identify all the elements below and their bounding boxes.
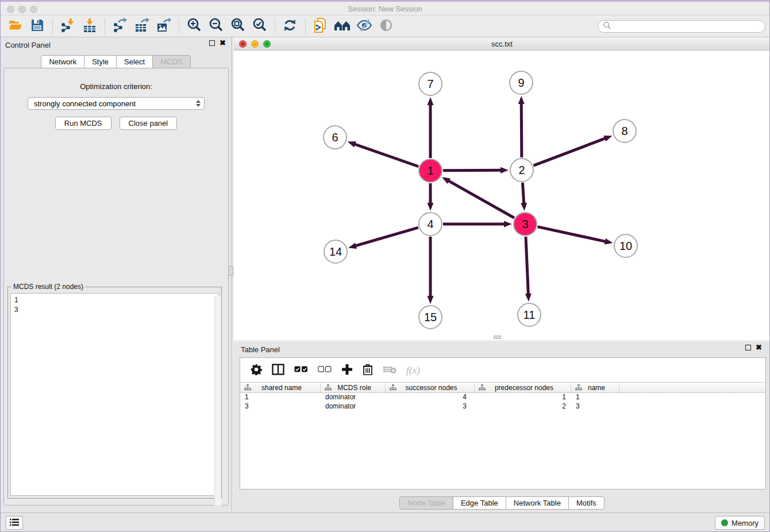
graph-edge-4-14[interactable] — [348, 228, 418, 249]
table-cell: 4 — [386, 393, 475, 402]
tab-motifs[interactable]: Motifs — [568, 496, 605, 510]
tab-select[interactable]: Select — [116, 55, 153, 68]
graph-edge-2-8[interactable] — [534, 136, 613, 165]
columns-icon — [272, 364, 284, 377]
apply-layout-button[interactable] — [279, 17, 301, 36]
network-window-titlebar: ✕ − + scc.txt — [234, 37, 770, 51]
first-neighbors-button[interactable] — [332, 17, 353, 36]
deselect-all-rows-button[interactable] — [318, 366, 332, 375]
close-panel-button[interactable]: Close panel — [120, 117, 178, 130]
graph-node-3[interactable]: 3 — [513, 212, 537, 236]
mcds-result-text[interactable]: 1 3 — [10, 293, 219, 496]
column-header-MCDS-role[interactable]: MCDS role — [321, 383, 386, 392]
graph-node-8[interactable]: 8 — [613, 119, 637, 143]
tab-style[interactable]: Style — [84, 55, 117, 68]
column-layout-button[interactable] — [272, 364, 284, 377]
toolbar-separator — [275, 19, 275, 34]
tab-node-table[interactable]: Node Table — [399, 496, 453, 510]
network-canvas[interactable]: 7968124314101511 — [234, 51, 770, 340]
table-panel-close-icon[interactable]: ✖ — [756, 345, 762, 350]
criterion-dropdown[interactable]: strongly connected component — [28, 97, 205, 110]
function-builder-button[interactable]: f(x) — [406, 365, 420, 376]
control-panel-float-icon[interactable] — [209, 40, 215, 46]
control-panel-close-icon[interactable]: ✖ — [220, 40, 226, 46]
save-session-button[interactable] — [26, 17, 48, 36]
table-toolbar: f(x) — [240, 358, 765, 382]
select-all-rows-button[interactable] — [294, 366, 308, 375]
hide-selected-button[interactable] — [353, 17, 375, 36]
graph-edge-1-2[interactable] — [443, 167, 509, 174]
graph-edge-2-9[interactable] — [518, 96, 525, 157]
open-session-button[interactable] — [5, 17, 26, 36]
export-table-button[interactable] — [131, 17, 153, 36]
column-settings-button[interactable] — [251, 364, 262, 377]
graph-node-6[interactable]: 6 — [323, 125, 347, 149]
graph-node-11[interactable]: 11 — [517, 303, 541, 327]
graph-edge-3-1[interactable] — [442, 177, 514, 218]
graph-node-7[interactable]: 7 — [418, 72, 442, 96]
tab-network-table[interactable]: Network Table — [506, 496, 569, 510]
table-cell: dominator — [321, 393, 386, 402]
table-cell: 3 — [571, 402, 619, 411]
graph-edge-2-3[interactable] — [521, 183, 527, 211]
vertical-splitter-handle[interactable] — [228, 266, 233, 276]
mcds-panel: Optimization criterion: strongly connect… — [3, 68, 229, 506]
zoom-in-button[interactable] — [183, 17, 205, 36]
memory-button[interactable]: Memory — [715, 516, 765, 530]
houses-icon — [334, 18, 351, 34]
export-image-button[interactable] — [153, 17, 175, 36]
search-input[interactable] — [611, 22, 760, 30]
graph-edge-1-7[interactable] — [428, 97, 434, 158]
result-scrollbar[interactable] — [214, 296, 221, 506]
export-table-icon — [134, 18, 149, 34]
dropdown-stepper-icon — [196, 100, 201, 107]
graph-node-9[interactable]: 9 — [509, 71, 533, 95]
add-column-button[interactable] — [341, 364, 353, 377]
column-header-successor-nodes[interactable]: successor nodes — [386, 383, 475, 392]
delete-columns-button[interactable] — [363, 364, 373, 377]
table-cell: dominator — [321, 402, 386, 411]
graph-node-15[interactable]: 15 — [418, 305, 442, 329]
show-all-button[interactable] — [375, 17, 397, 36]
tab-mcds[interactable]: MCDS — [152, 55, 190, 68]
search-box — [598, 20, 765, 33]
search-icon — [603, 21, 611, 32]
delete-table-button[interactable] — [383, 365, 396, 376]
run-mcds-button[interactable]: Run MCDS — [55, 117, 111, 130]
new-network-from-selection-button[interactable] — [310, 17, 332, 36]
toolbar-separator — [105, 19, 105, 34]
graph-edge-3-10[interactable] — [537, 227, 613, 245]
graph-edge-1-6[interactable] — [348, 141, 419, 167]
horizontal-splitter-handle[interactable] — [494, 336, 501, 339]
table-cell: 1 — [475, 393, 571, 402]
graph-node-1[interactable]: 1 — [418, 159, 442, 183]
export-network-button[interactable] — [109, 17, 131, 36]
log-console-button[interactable] — [6, 516, 23, 530]
table-row[interactable]: 1dominator411 — [240, 393, 765, 402]
table-row[interactable]: 3dominator323 — [240, 402, 765, 411]
table-cell: 1 — [571, 393, 619, 402]
table-panel-float-icon[interactable] — [745, 345, 751, 350]
zoom-selected-button[interactable] — [249, 17, 271, 36]
graph-edge-4-3[interactable] — [443, 221, 512, 228]
table-cell: 2 — [475, 402, 571, 411]
table-delete-icon — [383, 365, 396, 376]
import-network-button[interactable] — [57, 17, 79, 36]
zoom-out-button[interactable] — [205, 17, 227, 36]
network-edges-layer — [234, 51, 770, 340]
column-header-shared-name[interactable]: shared name — [240, 383, 321, 392]
graph-node-4[interactable]: 4 — [418, 212, 442, 236]
import-table-button[interactable] — [79, 17, 101, 36]
column-header-predecessor-nodes[interactable]: predecessor nodes — [475, 383, 571, 392]
zoom-fit-button[interactable] — [227, 17, 249, 36]
save-icon — [30, 18, 44, 34]
graph-edge-3-11[interactable] — [525, 237, 532, 302]
graph-node-2[interactable]: 2 — [510, 158, 534, 182]
tab-edge-table[interactable]: Edge Table — [453, 496, 506, 510]
graph-node-14[interactable]: 14 — [324, 240, 348, 264]
graph-node-10[interactable]: 10 — [614, 234, 638, 258]
tab-network[interactable]: Network — [41, 55, 84, 68]
column-header-name[interactable]: name — [571, 383, 619, 392]
graph-edge-4-15[interactable] — [428, 237, 434, 304]
graph-edge-1-4[interactable] — [428, 183, 434, 211]
